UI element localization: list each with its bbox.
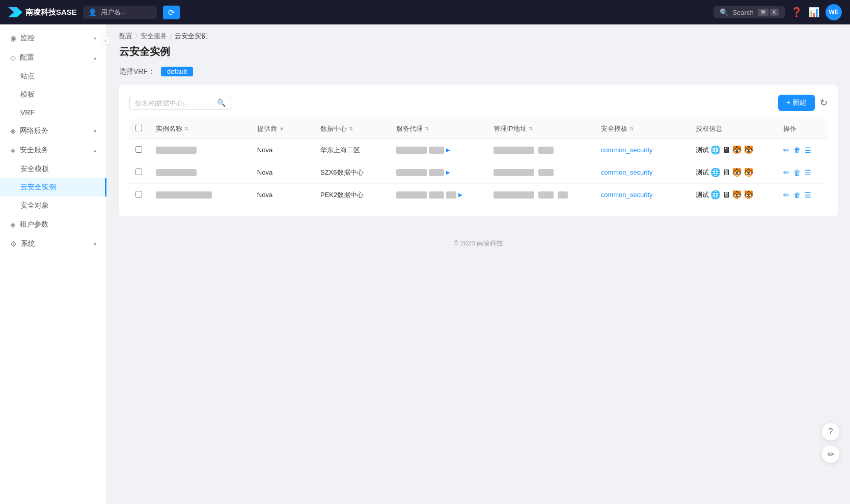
- table-wrap: 实例名称 ⇅ 提供商 ▼: [129, 119, 828, 206]
- filter-provider-icon[interactable]: ▼: [279, 126, 285, 132]
- row1-auth-icon-tiger2: 🐯: [744, 145, 754, 155]
- row1-check[interactable]: [135, 146, 142, 153]
- float-help-btn[interactable]: ?: [821, 423, 840, 441]
- search-bar[interactable]: 🔍 Search ⌘ K: [714, 6, 785, 18]
- sidebar-item-security-object[interactable]: 安全对象: [0, 197, 106, 215]
- sidebar-label-security-object: 安全对象: [20, 201, 49, 210]
- new-button[interactable]: + 新建: [778, 95, 815, 111]
- sidebar-item-network-service[interactable]: ◈ 网络服务 ▾: [0, 121, 106, 141]
- row2-service-proxy: ▶: [390, 161, 487, 184]
- row3-mgmt-ip: [487, 184, 594, 206]
- vrf-selector: 选择VRF： default: [107, 67, 850, 85]
- system-icon: ⚙: [10, 240, 17, 248]
- sidebar-item-monitor[interactable]: ◉ 监控 ▾: [0, 29, 106, 48]
- help-icon-btn[interactable]: ❓: [791, 7, 802, 18]
- layout: ‹ ◉ 监控 ▾ ◇ 配置 ▴ 站点 模板 VRF: [0, 24, 850, 504]
- row1-auth-icon-monitor: 🖥: [722, 146, 730, 155]
- proxy-arrow-icon3: ▶: [458, 192, 462, 198]
- sidebar-item-security-service[interactable]: ◈ 安全服务 ▴: [0, 141, 106, 160]
- user-text: 用户名...: [101, 8, 152, 17]
- sidebar-item-vrf[interactable]: VRF: [0, 104, 106, 121]
- sidebar-item-tenant-params[interactable]: ◈ 租户参数: [0, 215, 106, 234]
- row1-delete-btn[interactable]: 🗑: [793, 146, 801, 154]
- security-icon: ◈: [10, 146, 16, 154]
- table-search-wrap[interactable]: 🔍: [129, 96, 231, 110]
- row1-datacenter: 华东上海二区: [314, 139, 390, 161]
- toolbar: 🔍 + 新建 ↻: [129, 95, 828, 111]
- breadcrumb-config[interactable]: 配置: [119, 32, 132, 41]
- table-row: Nova SZX6数据中心 ▶: [129, 161, 828, 184]
- page-title-area: 云安全实例: [107, 41, 850, 67]
- sort-proxy-icon: ⇅: [425, 126, 429, 131]
- sidebar-label-config: 配置: [20, 53, 34, 62]
- tenant-icon: ◈: [10, 220, 16, 229]
- chart-icon-btn[interactable]: 📊: [808, 7, 819, 18]
- vrf-label: 选择VRF：: [119, 67, 155, 76]
- row1-auth-label: 测试: [696, 146, 709, 155]
- sort-ip-icon: ⇅: [529, 126, 533, 131]
- user-section[interactable]: 👤 用户名...: [83, 6, 157, 19]
- proxy-arrow-icon2: ▶: [446, 170, 450, 175]
- breadcrumb-security-service[interactable]: 安全服务: [141, 32, 167, 41]
- row2-delete-btn[interactable]: 🗑: [793, 169, 801, 177]
- refresh-button[interactable]: ↻: [820, 97, 828, 108]
- footer: © 2023 南凌科技: [107, 229, 850, 253]
- vrf-value-badge[interactable]: default: [161, 67, 193, 76]
- sidebar-item-cloud-security[interactable]: 云安全实例: [0, 178, 106, 197]
- sidebar-item-sites[interactable]: 站点: [0, 67, 106, 86]
- sidebar-item-config[interactable]: ◇ 配置 ▴: [0, 48, 106, 67]
- row2-auth-icon-tiger2: 🐯: [744, 167, 754, 177]
- row1-edit-btn[interactable]: ✏: [783, 146, 789, 154]
- row2-check[interactable]: [135, 169, 142, 175]
- row3-delete-btn[interactable]: 🗑: [793, 191, 801, 199]
- topnav-action-button[interactable]: ⟳: [163, 6, 180, 19]
- config-icon: ◇: [10, 53, 16, 62]
- sidebar-item-system[interactable]: ⚙ 系统 ▾: [0, 234, 106, 254]
- row3-more-btn[interactable]: ☰: [805, 191, 811, 199]
- row2-template-link[interactable]: common_security: [601, 169, 653, 176]
- row1-auth-info: 测试 🌐 🖥 🐯 🐯: [690, 139, 777, 161]
- sidebar-label-cloud-security: 云安全实例: [20, 183, 56, 192]
- row3-check[interactable]: [135, 191, 142, 198]
- table-search-input[interactable]: [135, 99, 214, 107]
- th-datacenter: 数据中心 ⇅: [314, 119, 390, 139]
- row2-security-template: common_security: [595, 161, 690, 184]
- row1-auth-icon-globe: 🌐: [710, 145, 721, 155]
- row1-security-template: common_security: [595, 139, 690, 161]
- row3-auth-label: 测试: [696, 190, 709, 200]
- row2-more-btn[interactable]: ☰: [805, 169, 811, 177]
- avatar[interactable]: WE: [826, 4, 842, 20]
- row2-edit-btn[interactable]: ✏: [783, 169, 789, 177]
- row2-auth-icon-tiger1: 🐯: [732, 167, 742, 177]
- sidebar-label-vrf: VRF: [20, 108, 35, 117]
- topnav: 南凌科技SASE 👤 用户名... ⟳ 🔍 Search ⌘ K ❓ 📊 WE: [0, 0, 850, 24]
- float-edit-btn[interactable]: ✏: [821, 445, 840, 463]
- sidebar-collapse-btn[interactable]: ‹: [101, 36, 107, 45]
- row3-auth-info: 测试 🌐 🖥 🐯 🐯: [690, 184, 777, 206]
- row3-edit-btn[interactable]: ✏: [783, 191, 789, 199]
- th-auth-info: 授权信息: [690, 119, 777, 139]
- row1-provider: Nova: [251, 139, 314, 161]
- row2-checkbox: [129, 161, 150, 184]
- float-buttons: ? ✏: [821, 423, 840, 463]
- sidebar-label-templates: 模板: [20, 90, 35, 99]
- row3-template-link[interactable]: common_security: [601, 191, 653, 199]
- sidebar-label-system: 系统: [21, 239, 35, 248]
- sidebar-item-security-template[interactable]: 安全模板: [0, 160, 106, 178]
- row3-auth-icon-monitor: 🖥: [722, 190, 730, 200]
- security-arrow: ▴: [94, 148, 96, 153]
- proxy-arrow-icon: ▶: [446, 147, 450, 153]
- select-all-checkbox[interactable]: [135, 125, 142, 131]
- row3-checkbox: [129, 184, 150, 206]
- sidebar: ‹ ◉ 监控 ▾ ◇ 配置 ▴ 站点 模板 VRF: [0, 24, 107, 504]
- row1-template-link[interactable]: common_security: [601, 146, 653, 154]
- row3-auth-icon-tiger2: 🐯: [744, 190, 754, 200]
- table-search-icon: 🔍: [217, 99, 226, 107]
- row3-actions: ✏ 🗑 ☰: [777, 184, 828, 206]
- row2-actions: ✏ 🗑 ☰: [777, 161, 828, 184]
- row1-more-btn[interactable]: ☰: [805, 146, 811, 154]
- sidebar-item-templates[interactable]: 模板: [0, 86, 106, 104]
- search-shortcut: ⌘ K: [758, 9, 779, 16]
- system-arrow: ▾: [94, 241, 96, 247]
- network-icon: ◈: [10, 127, 16, 135]
